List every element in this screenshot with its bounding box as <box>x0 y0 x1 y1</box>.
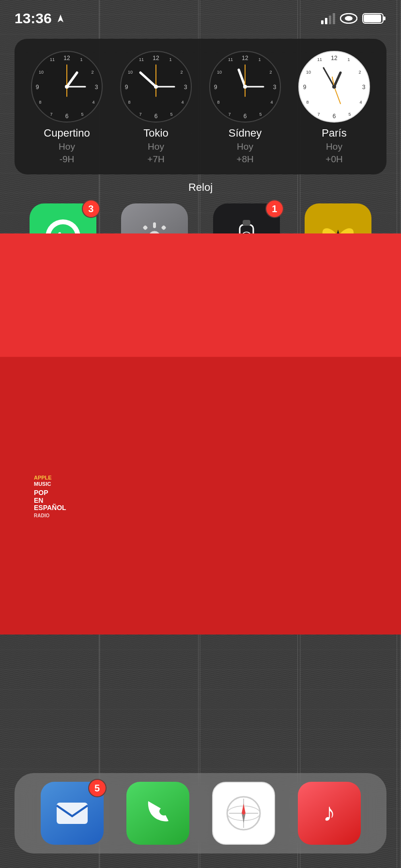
music-suggestions: AppleMusic POPENESPAÑOL RADIO Apple Musi… <box>26 455 375 538</box>
mail-badge: 5 <box>88 779 107 797</box>
safari-icon <box>212 782 275 845</box>
dock-phone[interactable] <box>126 782 189 845</box>
music-icon: ♪ <box>298 782 361 845</box>
phone-icon <box>126 782 189 845</box>
svg-text:♪: ♪ <box>323 798 336 826</box>
dock-music[interactable]: ♪ <box>298 782 361 845</box>
svg-marker-132 <box>242 804 246 815</box>
suggestion-pop[interactable]: AppleMusic POPENESPAÑOL RADIO <box>26 455 108 538</box>
dock-safari[interactable] <box>212 782 275 845</box>
dock: 5 <box>15 773 386 853</box>
svg-rect-127 <box>57 803 88 824</box>
music-widget[interactable]: Once Historias y un Piano (Edic... Pablo… <box>15 392 386 548</box>
dock-mail[interactable]: 5 <box>41 782 104 845</box>
